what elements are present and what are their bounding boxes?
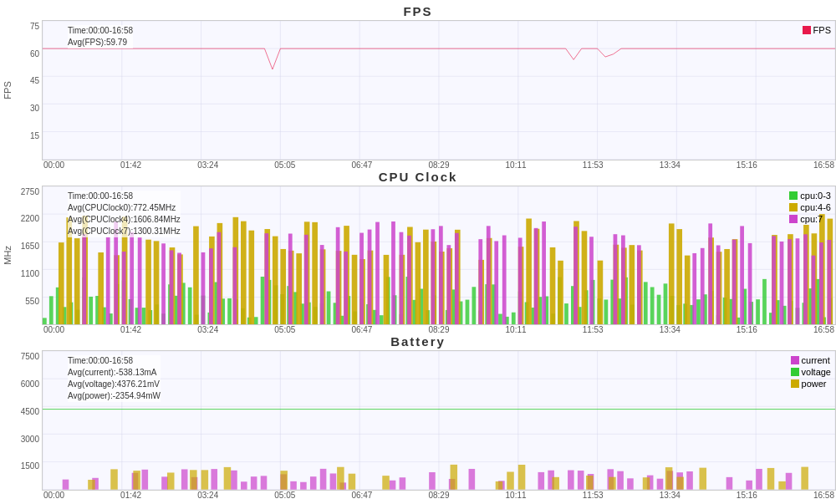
chart-section-battery: Battery75006000450030001500Time:00:00-16… [0, 334, 836, 500]
svg-rect-62 [227, 298, 232, 325]
svg-rect-154 [59, 242, 64, 325]
legend-color-dot [791, 379, 799, 388]
legend-label: cpu:7 [800, 214, 823, 224]
y-ticks-fps: 7560453015 [15, 20, 42, 160]
y-axis-label-cpu: MHz [0, 186, 15, 326]
svg-rect-143 [762, 279, 767, 325]
svg-rect-226 [161, 243, 166, 324]
svg-rect-172 [273, 236, 278, 324]
svg-rect-142 [756, 299, 760, 324]
legend-label: FPS [813, 25, 831, 35]
svg-rect-207 [669, 223, 675, 324]
svg-rect-357 [767, 468, 775, 490]
svg-rect-293 [63, 480, 69, 490]
svg-rect-184 [384, 255, 390, 325]
x-tick-label: 01:42 [120, 491, 141, 500]
svg-rect-268 [772, 236, 776, 324]
svg-rect-66 [254, 317, 258, 324]
x-tick-label: 06:47 [351, 491, 372, 500]
svg-rect-113 [564, 303, 568, 325]
svg-rect-249 [478, 239, 482, 325]
svg-rect-126 [650, 287, 655, 324]
svg-rect-256 [573, 227, 578, 324]
svg-rect-221 [106, 237, 110, 325]
svg-rect-297 [161, 477, 168, 490]
y-axis-label-battery [0, 350, 15, 491]
svg-rect-307 [300, 482, 307, 490]
legend-color-dot [803, 26, 811, 34]
legend-color-dot [789, 215, 798, 223]
svg-rect-266 [740, 226, 744, 324]
svg-rect-348 [507, 472, 514, 490]
svg-rect-158 [98, 252, 104, 325]
svg-rect-338 [167, 473, 175, 490]
chart-overlay-cpu: Time:00:00-16:58Avg(CPUClock0):772.45MHz… [68, 191, 181, 237]
x-axis-fps: 00:0001:4203:2405:0506:4708:2910:1111:53… [0, 160, 836, 170]
svg-rect-196 [526, 218, 532, 324]
chart-area-fps: FPS7560453015Time:00:00-16:58Avg(FPS):59… [0, 20, 836, 160]
x-tick-label: 05:05 [274, 160, 295, 170]
svg-rect-209 [685, 255, 691, 324]
svg-rect-156 [74, 238, 80, 325]
x-tick-label: 05:05 [274, 325, 295, 334]
legend-label: cpu:0-3 [800, 191, 831, 201]
svg-rect-269 [780, 242, 784, 325]
svg-rect-342 [280, 471, 288, 490]
x-axis-cpu: 00:0001:4203:2405:0506:4708:2910:1111:53… [0, 325, 836, 334]
legend-label: cpu:4-6 [800, 202, 831, 212]
svg-rect-345 [382, 476, 390, 491]
chart-inner-cpu: Time:00:00-16:58Avg(CPUClock0):772.45MHz… [42, 186, 836, 326]
x-tick-label: 03:24 [197, 491, 218, 500]
chart-legend-cpu: cpu:0-3cpu:4-6cpu:7 [789, 191, 831, 224]
svg-rect-310 [330, 474, 337, 490]
y-ticks-battery: 75006000450030001500 [15, 350, 42, 491]
svg-rect-230 [209, 248, 213, 324]
x-tick-label: 13:34 [660, 160, 681, 170]
legend-item-voltage: voltage [791, 367, 831, 377]
svg-rect-41 [89, 297, 93, 325]
svg-rect-353 [643, 478, 650, 490]
svg-rect-303 [251, 477, 257, 490]
svg-rect-356 [699, 468, 706, 490]
svg-rect-336 [110, 470, 118, 490]
svg-rect-244 [407, 236, 411, 325]
svg-rect-272 [803, 234, 808, 324]
chart-title-cpu: CPU Clock [379, 170, 458, 184]
x-tick-label: 03:24 [197, 160, 218, 170]
svg-rect-241 [375, 221, 380, 324]
svg-rect-340 [201, 471, 209, 490]
svg-rect-314 [429, 472, 436, 490]
x-tick-label: 13:34 [660, 491, 681, 500]
legend-item-power: power [791, 379, 831, 389]
svg-rect-274 [819, 242, 823, 325]
svg-rect-199 [558, 260, 563, 324]
svg-rect-306 [290, 481, 297, 490]
svg-rect-248 [455, 232, 459, 324]
svg-rect-225 [138, 237, 142, 324]
x-tick-label: 08:29 [428, 160, 449, 170]
x-tick-label: 00:00 [43, 325, 64, 334]
legend-color-dot [791, 356, 799, 364]
x-tick-label: 08:29 [428, 491, 449, 500]
svg-rect-349 [518, 465, 526, 490]
svg-rect-224 [130, 232, 134, 324]
svg-rect-175 [296, 253, 302, 325]
svg-rect-231 [217, 232, 222, 324]
svg-rect-296 [142, 470, 149, 490]
svg-rect-265 [732, 239, 737, 324]
svg-rect-125 [644, 282, 648, 324]
svg-rect-181 [352, 255, 358, 325]
svg-rect-212 [724, 249, 730, 325]
y-axis-label-fps: FPS [0, 20, 15, 160]
svg-rect-271 [796, 238, 800, 324]
x-tick-label: 06:47 [351, 160, 372, 170]
svg-rect-260 [637, 245, 641, 324]
svg-rect-350 [552, 477, 559, 490]
svg-rect-208 [676, 229, 682, 325]
x-tick-label: 06:47 [351, 325, 372, 334]
svg-rect-240 [368, 229, 372, 324]
svg-rect-162 [154, 241, 160, 324]
svg-rect-239 [359, 232, 364, 324]
svg-rect-128 [664, 283, 668, 324]
svg-rect-333 [756, 469, 762, 490]
